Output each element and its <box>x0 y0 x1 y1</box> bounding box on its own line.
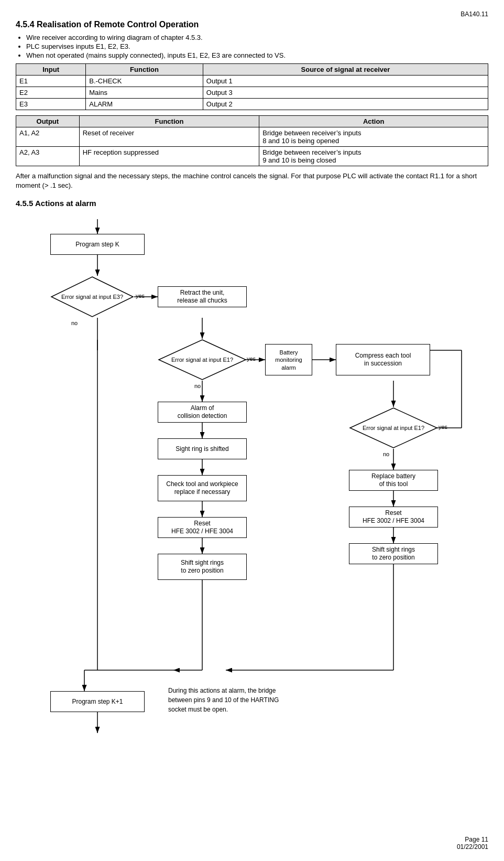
yes-label-e1-left: yes <box>247 356 256 362</box>
col-function2: Function <box>79 116 259 127</box>
sight-ring-box: Sight ring is shifted <box>158 438 247 459</box>
program-step-k1: Program step K+1 <box>50 691 145 712</box>
doc-ref: BA140.11 <box>16 10 488 18</box>
reset-right-box: Reset HFE 3002 / HFE 3004 <box>349 507 438 528</box>
col-output: Output <box>16 116 80 127</box>
bullet-3: When not operated (mains supply connecte… <box>26 51 488 59</box>
output-table: Output Function Action A1, A2 Reset of r… <box>16 115 488 166</box>
error-e1-left-diamond: Error signal at input E1? <box>158 339 247 381</box>
table-row: E2 Mains Output 3 <box>16 87 488 99</box>
input-table: Input Function Source of signal at recei… <box>16 63 488 110</box>
flowchart: Program step K Error signal at input E3?… <box>16 214 488 749</box>
page-footer: Page 11 01/22/2001 <box>457 836 488 851</box>
table-row: E3 ALARM Output 2 <box>16 99 488 110</box>
no-label-e3: no <box>71 320 78 326</box>
no-label-e1-left: no <box>194 383 201 389</box>
section2-title: 4.5.5 Actions at alarm <box>16 199 488 208</box>
table-row: A1, A2 Reset of receiver Bridge between … <box>16 127 488 147</box>
shift-right-box: Shift sight rings to zero position <box>349 543 438 564</box>
alarm-collision-box: Alarm of collision detection <box>158 402 247 423</box>
no-label-e1-right: no <box>383 451 389 457</box>
program-step-k: Program step K <box>50 234 145 255</box>
bullet-list: Wire receiver according to wiring diagra… <box>26 34 488 59</box>
error-e1-right-diamond: Error signal at input E1? <box>349 407 438 449</box>
col-function: Function <box>86 64 203 76</box>
battery-alarm-box: Battery monitoring alarm <box>265 344 312 375</box>
compress-box: Compress each tool in succession <box>336 344 430 375</box>
col-source: Source of signal at receiver <box>203 64 488 76</box>
flowchart-note: During this actions at alarm, the bridge… <box>168 686 336 714</box>
yes-label-e1-right: yes <box>439 424 447 430</box>
check-tool-box: Check tool and workpiece replace if nece… <box>158 475 247 501</box>
retract-box: Retract the unit, release all chucks <box>158 286 247 307</box>
table-row: A2, A3 HF reception suppressed Bridge be… <box>16 147 488 166</box>
page-number: Page 11 <box>457 836 488 843</box>
replace-battery-box: Replace battery of this tool <box>349 470 438 491</box>
page-date: 01/22/2001 <box>457 843 488 851</box>
section-title: 4.5.4 Realisation of Remote Control Oper… <box>16 20 488 29</box>
reset-left-box: Reset HFE 3002 / HFE 3004 <box>158 517 247 538</box>
error-e3-diamond: Error signal at input E3? <box>50 276 134 318</box>
para1: After a malfunction signal and the neces… <box>16 171 488 190</box>
table-row: E1 B.-CHECK Output 1 <box>16 76 488 87</box>
col-action: Action <box>259 116 488 127</box>
bullet-2: PLC supervises inputs E1, E2, E3. <box>26 42 488 50</box>
shift-left-box: Shift sight rings to zero position <box>158 554 247 580</box>
yes-label-e3: yes <box>136 293 145 299</box>
col-input: Input <box>16 64 86 76</box>
bullet-1: Wire receiver according to wiring diagra… <box>26 34 488 41</box>
